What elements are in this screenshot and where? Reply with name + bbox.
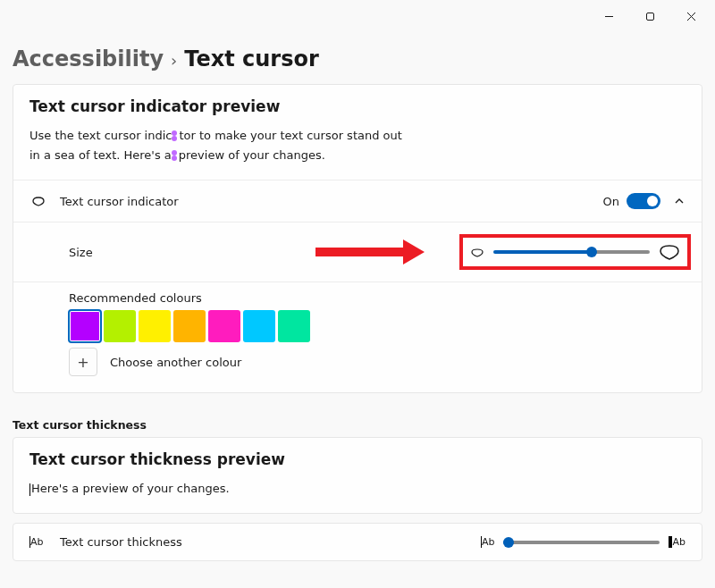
colors-heading: Recommended colours (69, 291, 686, 305)
choose-colour-button[interactable]: + (69, 348, 97, 376)
thickness-slider[interactable] (503, 541, 660, 544)
close-button[interactable] (670, 5, 711, 27)
size-row: Size (13, 222, 702, 281)
thickness-section-label: Text cursor thickness (13, 418, 702, 432)
cursor-indicator-icon (172, 130, 179, 141)
color-swatch-magenta[interactable] (208, 310, 240, 342)
indicator-toggle-row[interactable]: Text cursor indicator On (13, 180, 702, 222)
thickness-preview-card: Text cursor thickness preview Here's a p… (13, 437, 702, 514)
color-swatch-teal[interactable] (278, 310, 310, 342)
breadcrumb-parent[interactable]: Accessibility (13, 46, 164, 71)
thickness-preview-text: Here's a preview of your changes. (29, 479, 686, 499)
cursor-indicator-outline-icon (29, 192, 47, 210)
size-slider-thumb[interactable] (586, 247, 597, 257)
indicator-toggle-state-label: On (603, 195, 619, 208)
thickness-slider-card: Ab Text cursor thickness Ab Ab (13, 523, 702, 561)
thickness-row: Ab Text cursor thickness Ab Ab (13, 524, 702, 560)
annotation-highlight-box (459, 234, 691, 270)
indicator-toggle-label: Text cursor indicator (60, 195, 179, 208)
chevron-up-icon[interactable] (673, 195, 686, 207)
plus-icon: + (77, 354, 88, 371)
color-swatch-orange[interactable] (173, 310, 206, 342)
color-swatch-cyan[interactable] (243, 310, 275, 342)
thin-cursor-icon (29, 483, 30, 496)
thickness-slider-thumb[interactable] (503, 537, 514, 548)
cursor-indicator-icon (172, 150, 179, 161)
indicator-preview-text: Use the text cursor indictor to make you… (29, 126, 686, 165)
window-controls (588, 5, 711, 27)
color-swatches (69, 310, 686, 342)
minimize-button[interactable] (588, 5, 629, 27)
breadcrumb-current: Text cursor (184, 46, 319, 71)
thickness-preview-title: Text cursor thickness preview (29, 450, 686, 468)
color-swatch-purple[interactable] (69, 310, 101, 342)
annotation-arrow-icon (315, 239, 425, 265)
maximize-button[interactable] (629, 5, 670, 27)
indicator-preview-title: Text cursor indicator preview (29, 97, 686, 115)
thickness-label: Text cursor thickness (60, 535, 182, 549)
indicator-card: Text cursor indicator preview Use the te… (13, 84, 702, 393)
choose-colour-label: Choose another colour (110, 356, 241, 369)
colors-section: Recommended colours + Choose another col… (13, 281, 702, 392)
size-min-icon (470, 246, 484, 258)
size-max-icon (659, 243, 680, 261)
breadcrumb-separator: › (171, 51, 177, 70)
indicator-toggle[interactable] (627, 193, 660, 209)
size-label: Size (69, 246, 93, 259)
size-slider[interactable] (493, 250, 650, 254)
svg-rect-1 (646, 13, 653, 20)
thickness-min-icon: Ab (481, 536, 495, 548)
thickness-max-icon: Ab (669, 536, 686, 548)
color-swatch-yellow[interactable] (139, 310, 171, 342)
color-swatch-lime[interactable] (104, 310, 136, 342)
thickness-ab-icon: Ab (29, 536, 44, 548)
